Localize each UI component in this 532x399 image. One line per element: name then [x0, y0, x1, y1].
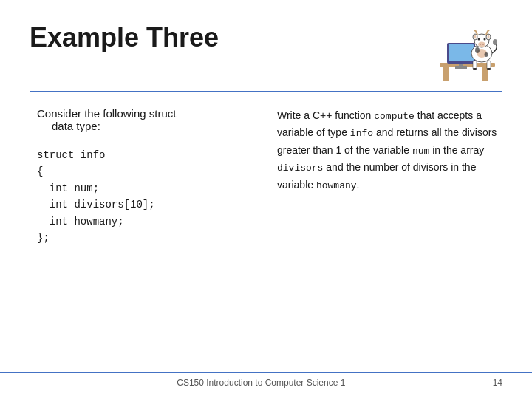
top-divider	[30, 91, 502, 92]
header: Example Three	[30, 22, 502, 85]
code-divisors: divisors	[277, 163, 323, 174]
code-info: info	[350, 128, 373, 139]
left-panel: Consider the following struct data type:…	[30, 107, 255, 246]
svg-point-13	[480, 44, 481, 45]
consider-line1: Consider the following struct	[37, 107, 176, 120]
code-line-5: int howmany;	[37, 214, 255, 230]
code-num: num	[412, 146, 429, 157]
right-description: Write a C++ function compute that accept…	[277, 107, 502, 194]
code-line-4: int divisors[10];	[37, 197, 255, 213]
code-line-6: };	[37, 230, 255, 246]
svg-point-20	[488, 35, 490, 39]
content-area: Consider the following struct data type:…	[30, 107, 502, 246]
code-block: struct info { int num; int divisors[10];…	[37, 147, 255, 246]
svg-point-9	[475, 47, 480, 53]
svg-point-18	[474, 35, 477, 39]
svg-point-15	[478, 38, 480, 41]
slide: Example Three	[0, 0, 532, 399]
svg-point-12	[478, 42, 485, 47]
svg-point-14	[482, 44, 484, 45]
consider-description: Consider the following struct data type:	[37, 107, 255, 132]
svg-rect-1	[443, 67, 449, 81]
svg-rect-23	[473, 68, 477, 70]
svg-point-10	[485, 52, 488, 57]
slide-title: Example Three	[30, 22, 219, 53]
code-line-2: {	[37, 163, 255, 180]
code-compute: compute	[374, 111, 415, 122]
consider-line2: data type:	[52, 120, 255, 132]
svg-point-16	[484, 38, 486, 41]
right-panel: Write a C++ function compute that accept…	[277, 107, 502, 246]
svg-point-25	[493, 39, 497, 45]
footer: CS150 Introduction to Computer Science 1…	[0, 372, 532, 388]
footer-course: CS150 Introduction to Computer Science 1	[177, 378, 345, 388]
code-howmany: howmany	[316, 180, 357, 191]
mascot-image	[429, 22, 502, 85]
code-line-3: int num;	[37, 180, 255, 197]
footer-page: 14	[493, 378, 502, 388]
svg-rect-4	[449, 44, 474, 61]
svg-rect-24	[487, 68, 491, 70]
code-line-1: struct info	[37, 147, 255, 163]
svg-rect-6	[455, 66, 467, 69]
svg-rect-2	[482, 67, 488, 81]
